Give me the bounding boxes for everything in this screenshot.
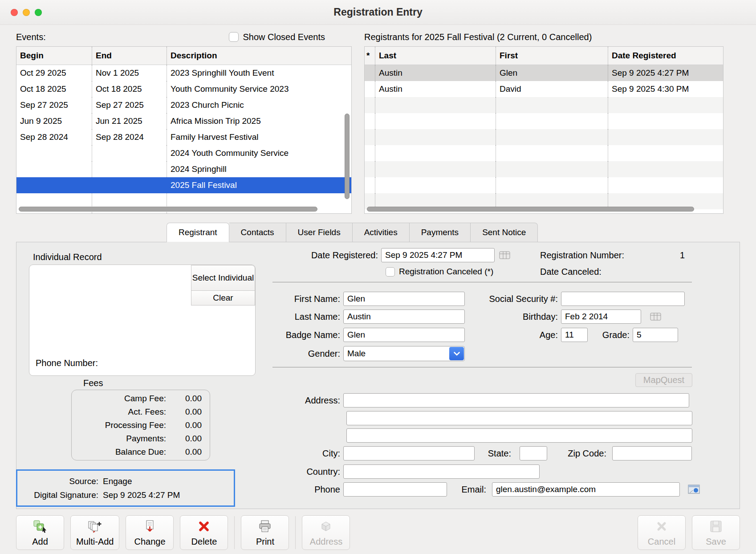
registration-number-value: 1 [667,250,685,261]
event-row[interactable]: Oct 29 2025 Nov 1 2025 2023 Springhill Y… [16,65,351,81]
zoom-icon[interactable] [35,9,42,16]
description-cell: Africa Mission Trip 2025 [167,113,351,129]
scrollbar-thumb[interactable] [367,207,694,212]
date-canceled-label: Date Canceled: [540,267,602,277]
table-row-empty [365,145,723,161]
change-button[interactable]: Change [126,515,174,550]
tab-sent-notice[interactable]: Sent Notice [471,223,538,242]
mapquest-button: MapQuest [635,373,692,387]
scrollbar-thumb[interactable] [19,207,317,212]
digital-signature-label: Digital Signature: [17,490,103,500]
separator [272,367,692,367]
panel-left: Individual Record Select Individual Clea… [16,242,261,509]
column-header-date-registered: Date Registered [608,47,723,65]
minimize-icon[interactable] [23,9,30,16]
vertical-scrollbar[interactable] [344,67,350,201]
delete-button[interactable]: Delete [180,515,228,550]
window-controls [11,0,42,24]
scrollbar-thumb[interactable] [345,114,350,199]
fee-label: Processing Fee: [80,420,173,430]
event-row[interactable]: 2024 Springhill [16,161,351,177]
end-cell: Sep 28 2024 [92,129,167,145]
birthday-input[interactable] [561,310,641,324]
fee-row: Payments: 0.00 [80,432,202,445]
registrants-table-header: * Last First Date Registered [365,47,723,65]
event-row[interactable]: Sep 27 2025 Sep 27 2025 2023 Church Picn… [16,97,351,113]
tab-activities[interactable]: Activities [353,223,410,242]
tab-payments[interactable]: Payments [410,223,471,242]
address-button: Address [302,515,350,550]
select-individual-button[interactable]: Select Individual [191,265,255,291]
end-cell: Oct 18 2025 [92,81,167,97]
table-row-empty [365,161,723,177]
horizontal-scrollbar[interactable] [18,206,350,212]
change-icon [143,520,156,535]
age-label: Age: [510,330,558,340]
horizontal-scrollbar[interactable] [366,206,722,212]
show-closed-events-label: Show Closed Events [243,32,325,42]
phone-input[interactable] [343,482,447,497]
registration-canceled-checkbox[interactable] [386,267,395,277]
gender-select[interactable]: Male [343,346,465,361]
show-closed-events-toggle[interactable]: Show Closed Events [229,32,325,42]
event-row[interactable]: 2024 Youth Community Service [16,145,351,161]
event-row[interactable]: Sep 28 2024 Sep 28 2024 Family Harvest F… [16,129,351,145]
first-name-input[interactable] [343,292,465,306]
zip-code-input[interactable] [612,446,692,460]
city-input[interactable] [343,446,475,460]
registrant-row-selected[interactable]: Austin Glen Sep 9 2025 4:27 PM [365,65,723,81]
end-cell: Jun 21 2025 [92,113,167,129]
add-button[interactable]: Add [16,515,64,550]
multi-add-button[interactable]: Multi-Add [70,515,119,550]
clear-button[interactable]: Clear [191,290,255,306]
event-row[interactable]: Jun 9 2025 Jun 21 2025 Africa Mission Tr… [16,113,351,129]
chevron-down-icon[interactable] [449,347,464,360]
event-row[interactable]: Oct 18 2025 Oct 18 2025 Youth Community … [16,81,351,97]
registrants-pane: Registrants for 2025 Fall Festival (2 Cu… [364,28,723,214]
last-name-label: Last Name: [261,312,343,322]
age-input[interactable] [561,328,588,342]
save-button: Save [692,515,740,550]
ssn-input[interactable] [561,292,685,306]
email-input[interactable] [492,482,680,497]
badge-name-input[interactable] [343,328,465,342]
first-name-label: First Name: [261,294,343,304]
digital-signature-value: Sep 9 2025 4:27 PM [103,490,180,500]
date-registered-input[interactable] [381,248,495,262]
registrants-label: Registrants for 2025 Fall Festival (2 Cu… [364,32,592,42]
fee-label: Act. Fees: [80,407,173,417]
grade-input[interactable] [633,328,678,342]
calendar-icon[interactable] [649,311,663,322]
star-cell [365,81,375,97]
show-closed-events-checkbox[interactable] [229,32,239,42]
end-cell [92,177,167,193]
address-input-3[interactable] [346,428,692,443]
registrant-panel: Individual Record Select Individual Clea… [16,242,740,509]
last-name-input[interactable] [343,310,465,324]
country-input[interactable] [343,464,540,479]
tab-registrant[interactable]: Registrant [167,223,229,242]
fee-row: Act. Fees: 0.00 [80,405,202,419]
address-input-2[interactable] [346,411,692,425]
calendar-icon[interactable] [498,250,512,261]
fee-row: Processing Fee: 0.00 [80,419,202,432]
registration-number-label: Registration Number: [540,250,624,261]
tab-contacts[interactable]: Contacts [229,223,286,242]
top-section: Events: Show Closed Events Begin End Des… [0,25,756,214]
close-icon[interactable] [11,9,18,16]
end-cell [92,145,167,161]
end-cell: Sep 27 2025 [92,97,167,113]
email-icon[interactable] [687,484,701,495]
begin-cell: Sep 28 2024 [16,129,92,145]
event-row-selected[interactable]: 2025 Fall Festival [16,177,351,193]
registrant-row[interactable]: Austin David Sep 9 2025 4:30 PM [365,81,723,97]
address-input-1[interactable] [343,393,689,407]
column-header-end: End [92,47,167,65]
state-input[interactable] [520,446,547,460]
phone-number-label: Phone Number: [36,358,98,368]
column-header-begin: Begin [16,47,92,65]
print-button[interactable]: Print [241,515,289,550]
tab-user-fields[interactable]: User Fields [286,223,353,242]
source-signature-box: Source: Engage Digital Signature: Sep 9 … [16,469,235,507]
begin-cell: Oct 18 2025 [16,81,92,97]
